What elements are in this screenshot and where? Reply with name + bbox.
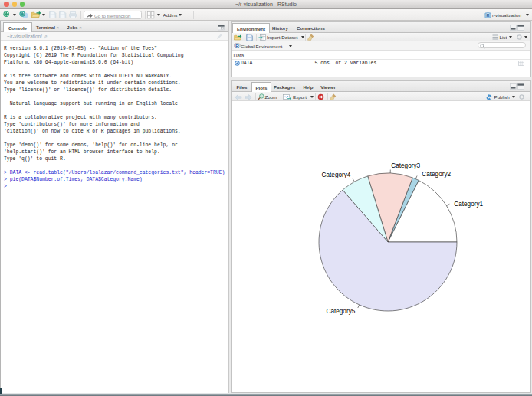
svg-text:R: R (235, 44, 238, 49)
svg-text:Category5: Category5 (327, 308, 356, 315)
svg-text:Category4: Category4 (322, 172, 351, 178)
svg-text:Category2: Category2 (422, 171, 451, 178)
svg-text:R: R (486, 13, 489, 18)
svg-text:Category1: Category1 (454, 201, 483, 208)
svg-text:Category3: Category3 (391, 162, 420, 169)
